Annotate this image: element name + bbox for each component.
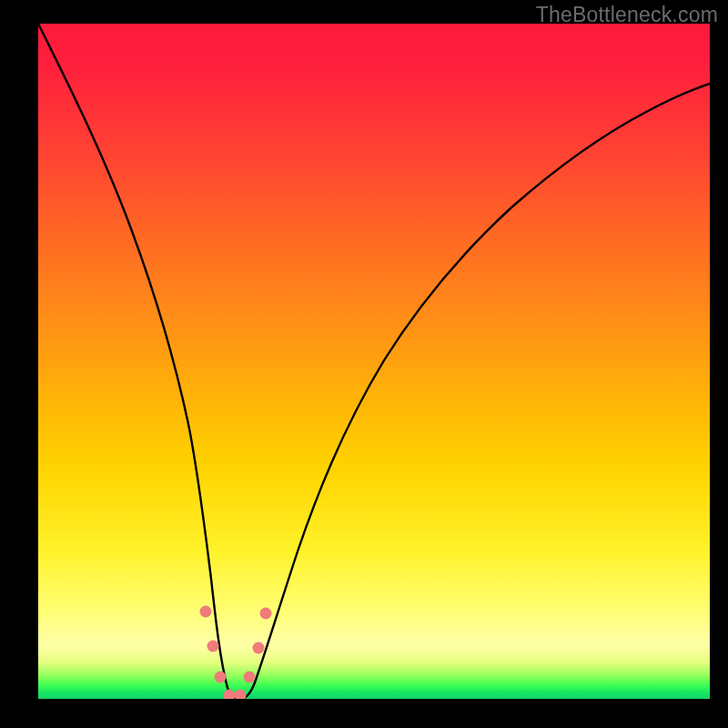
plot-area (38, 24, 710, 699)
watermark-text: TheBottleneck.com (536, 3, 718, 27)
chart-svg (38, 24, 710, 699)
svg-point-1 (207, 641, 219, 652)
highlight-points (200, 606, 272, 700)
svg-point-5 (244, 672, 256, 683)
svg-point-3 (224, 690, 236, 700)
svg-point-2 (215, 672, 227, 683)
svg-point-4 (235, 690, 247, 700)
chart-frame: TheBottleneck.com (0, 0, 728, 728)
bottleneck-curve (38, 24, 710, 699)
svg-point-7 (260, 608, 272, 620)
svg-point-0 (200, 606, 212, 618)
svg-point-6 (253, 642, 265, 654)
